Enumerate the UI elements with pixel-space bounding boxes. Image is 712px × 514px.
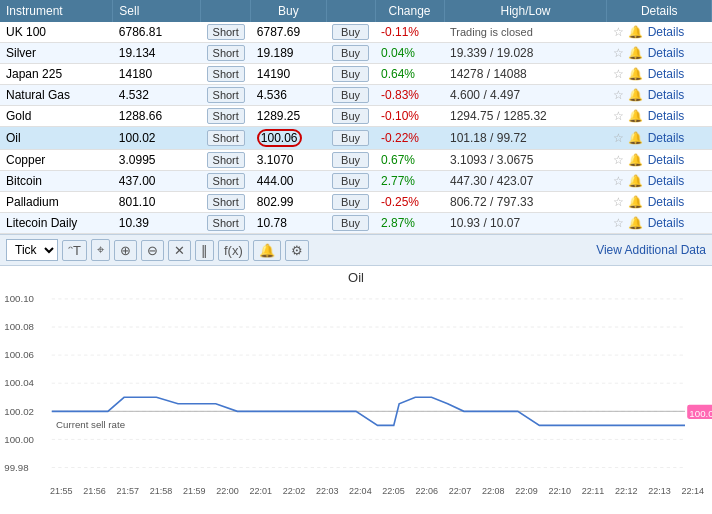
text-tool-btn[interactable]: ᵔT xyxy=(62,240,87,261)
details-link[interactable]: Details xyxy=(648,131,685,145)
bell-icon[interactable]: 🔔 xyxy=(628,25,643,39)
short-button[interactable]: Short xyxy=(207,173,245,189)
highlow-cell: 19.339 / 19.028 xyxy=(444,43,607,64)
star-icon[interactable]: ☆ xyxy=(613,174,624,188)
buy-button[interactable]: Buy xyxy=(332,194,369,210)
fx-btn[interactable]: f(x) xyxy=(218,240,249,261)
star-icon[interactable]: ☆ xyxy=(613,195,624,209)
sell-price-cell: 801.10 xyxy=(113,192,201,213)
star-icon[interactable]: ☆ xyxy=(613,88,624,102)
buy-button[interactable]: Buy xyxy=(332,87,369,103)
instrument-cell: Gold xyxy=(0,106,113,127)
bell-icon[interactable]: 🔔 xyxy=(628,153,643,167)
short-btn-cell: Short xyxy=(201,150,251,171)
bell-icon[interactable]: 🔔 xyxy=(628,131,643,145)
x-label: 22:06 xyxy=(416,486,439,496)
star-icon[interactable]: ☆ xyxy=(613,25,624,39)
tick-select[interactable]: Tick 1m 5m 1h 1D xyxy=(6,239,58,261)
buy-price-cell: 4.536 xyxy=(251,85,326,106)
change-cell: -0.11% xyxy=(375,22,444,43)
buy-button[interactable]: Buy xyxy=(332,130,369,146)
change-cell: 2.87% xyxy=(375,213,444,234)
bars-btn[interactable]: ‖ xyxy=(195,240,214,261)
short-button[interactable]: Short xyxy=(207,194,245,210)
short-button[interactable]: Short xyxy=(207,130,245,146)
buy-price-cell: 19.189 xyxy=(251,43,326,64)
buy-button[interactable]: Buy xyxy=(332,152,369,168)
short-button[interactable]: Short xyxy=(207,215,245,231)
settings-btn[interactable]: ⚙ xyxy=(285,240,309,261)
buy-btn-cell: Buy xyxy=(326,192,375,213)
details-link[interactable]: Details xyxy=(648,109,685,123)
crosshair-tool-btn[interactable]: ⌖ xyxy=(91,239,110,261)
alert-btn[interactable]: 🔔 xyxy=(253,240,281,261)
x-label: 22:05 xyxy=(382,486,405,496)
instrument-cell: Bitcoin xyxy=(0,171,113,192)
short-button[interactable]: Short xyxy=(207,24,245,40)
bell-icon[interactable]: 🔔 xyxy=(628,174,643,188)
instrument-cell: Oil xyxy=(0,127,113,150)
bell-icon[interactable]: 🔔 xyxy=(628,195,643,209)
details-link[interactable]: Details xyxy=(648,174,685,188)
buy-btn-cell: Buy xyxy=(326,85,375,106)
short-button[interactable]: Short xyxy=(207,66,245,82)
view-additional-link[interactable]: View Additional Data xyxy=(596,243,706,257)
star-icon[interactable]: ☆ xyxy=(613,153,624,167)
reset-btn[interactable]: ✕ xyxy=(168,240,191,261)
details-link[interactable]: Details xyxy=(648,153,685,167)
highlow-cell: 3.1093 / 3.0675 xyxy=(444,150,607,171)
details-link[interactable]: Details xyxy=(648,216,685,230)
details-link[interactable]: Details xyxy=(648,195,685,209)
highlow-cell: 10.93 / 10.07 xyxy=(444,213,607,234)
buy-button[interactable]: Buy xyxy=(332,45,369,61)
details-cell: ☆ 🔔 Details xyxy=(607,64,712,85)
buy-button[interactable]: Buy xyxy=(332,24,369,40)
col-instrument: Instrument xyxy=(0,0,113,22)
highlow-cell: 447.30 / 423.07 xyxy=(444,171,607,192)
star-icon[interactable]: ☆ xyxy=(613,46,624,60)
change-cell: -0.10% xyxy=(375,106,444,127)
svg-text:Current sell rate: Current sell rate xyxy=(56,419,125,430)
bell-icon[interactable]: 🔔 xyxy=(628,88,643,102)
buy-button[interactable]: Buy xyxy=(332,173,369,189)
details-link[interactable]: Details xyxy=(648,67,685,81)
zoom-out-btn[interactable]: ⊖ xyxy=(141,240,164,261)
star-icon[interactable]: ☆ xyxy=(613,216,624,230)
change-cell: 0.67% xyxy=(375,150,444,171)
details-link[interactable]: Details xyxy=(648,25,685,39)
buy-button[interactable]: Buy xyxy=(332,66,369,82)
buy-button[interactable]: Buy xyxy=(332,108,369,124)
change-cell: 0.64% xyxy=(375,64,444,85)
details-cell: ☆ 🔔 Details xyxy=(607,22,712,43)
bell-icon[interactable]: 🔔 xyxy=(628,67,643,81)
bell-icon[interactable]: 🔔 xyxy=(628,109,643,123)
details-link[interactable]: Details xyxy=(648,46,685,60)
short-button[interactable]: Short xyxy=(207,108,245,124)
instrument-cell: Natural Gas xyxy=(0,85,113,106)
star-icon[interactable]: ☆ xyxy=(613,131,624,145)
col-buy: Buy xyxy=(251,0,326,22)
svg-text:100.06: 100.06 xyxy=(4,349,34,360)
short-button[interactable]: Short xyxy=(207,87,245,103)
details-cell: ☆ 🔔 Details xyxy=(607,192,712,213)
buy-price-cell: 100.06 xyxy=(251,127,326,150)
zoom-in-btn[interactable]: ⊕ xyxy=(114,240,137,261)
short-btn-cell: Short xyxy=(201,22,251,43)
col-sell: Sell xyxy=(113,0,201,22)
x-label: 22:10 xyxy=(549,486,572,496)
instrument-cell: Palladium xyxy=(0,192,113,213)
x-label: 21:59 xyxy=(183,486,206,496)
details-link[interactable]: Details xyxy=(648,88,685,102)
change-cell: -0.83% xyxy=(375,85,444,106)
buy-button[interactable]: Buy xyxy=(332,215,369,231)
short-button[interactable]: Short xyxy=(207,45,245,61)
bell-icon[interactable]: 🔔 xyxy=(628,46,643,60)
star-icon[interactable]: ☆ xyxy=(613,109,624,123)
details-cell: ☆ 🔔 Details xyxy=(607,85,712,106)
x-label: 22:00 xyxy=(216,486,239,496)
svg-text:100.00: 100.00 xyxy=(4,434,34,445)
star-icon[interactable]: ☆ xyxy=(613,67,624,81)
bell-icon[interactable]: 🔔 xyxy=(628,216,643,230)
details-cell: ☆ 🔔 Details xyxy=(607,171,712,192)
short-button[interactable]: Short xyxy=(207,152,245,168)
